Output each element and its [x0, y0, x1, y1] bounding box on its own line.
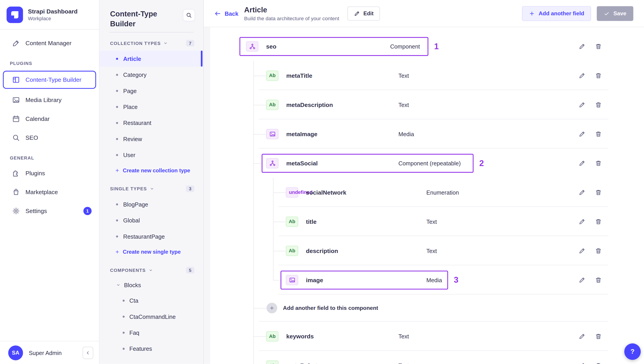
subnav-item-cta[interactable]: Cta [100, 292, 203, 308]
field-row-seo[interactable]: 1seoComponent [210, 32, 608, 61]
sidebar-item-content-manager[interactable]: Content Manager [0, 34, 99, 53]
add-another-field-button[interactable]: Add another field [522, 6, 591, 21]
edit-field-button[interactable] [579, 130, 585, 137]
sidebar-item-marketplace[interactable]: Marketplace [0, 183, 99, 202]
subnav-item-faq[interactable]: Faq [100, 324, 203, 340]
delete-field-button[interactable] [595, 247, 602, 254]
delete-field-button[interactable] [595, 72, 602, 79]
sidebar-item-plugins[interactable]: Plugins [0, 163, 99, 183]
gear-icon [12, 207, 20, 215]
delete-field-button[interactable] [595, 218, 602, 225]
edit-button[interactable]: Edit [347, 6, 380, 20]
sidebar-item-seo[interactable]: SEO [0, 128, 99, 147]
delete-field-button[interactable] [595, 189, 602, 196]
edit-field-button[interactable] [579, 333, 585, 339]
sidebar-item-content-type-builder[interactable]: Content-Type Builder [3, 71, 96, 89]
edit-field-button[interactable] [579, 189, 585, 196]
edit-field-button[interactable] [579, 72, 585, 79]
edit-field-button[interactable] [579, 218, 585, 225]
text-field-chip: Ab [286, 216, 298, 227]
delete-field-button[interactable] [595, 362, 602, 364]
subnav-item-blocks[interactable]: Blocks [100, 277, 203, 292]
subnav-item-blogpage[interactable]: BlogPage [100, 196, 203, 212]
field-name: metaSocial [286, 160, 318, 166]
sidebar-item-label: Content Manager [25, 40, 71, 47]
subnav-item-features[interactable]: Features [100, 341, 203, 356]
back-link[interactable]: Back [214, 10, 238, 17]
save-button[interactable]: Save [597, 6, 633, 21]
field-type: Media [426, 277, 442, 283]
subnav-item-label: Restaurant [123, 119, 151, 126]
plus-icon [115, 168, 120, 173]
field-row-metaimage[interactable]: metaImageMedia [210, 119, 608, 148]
create-new-collection-type-link[interactable]: Create new collection type [100, 163, 203, 178]
field-type: Component [390, 43, 420, 49]
field-row-actions [579, 277, 602, 283]
subnav-item-user[interactable]: User [100, 147, 203, 163]
edit-field-button[interactable] [579, 277, 585, 283]
text-field-chip-label: Ab [269, 102, 276, 108]
sidebar-item-settings[interactable]: Settings1 [0, 202, 99, 220]
edit-field-button[interactable] [579, 43, 585, 49]
subnav-item-article[interactable]: Article [100, 51, 203, 67]
field-row-title[interactable]: AbtitleText [210, 207, 608, 236]
sidebar-item-label: SEO [25, 135, 38, 141]
edit-field-button[interactable] [579, 160, 585, 166]
help-button[interactable]: ? [624, 343, 641, 360]
field-row-metadescription[interactable]: AbmetaDescriptionText [210, 90, 608, 119]
sidebar-item-label: Media Library [25, 97, 62, 103]
field-name: metaDescription [286, 101, 333, 108]
field-row-metasocial[interactable]: 2metaSocialComponent (repeatable) [210, 148, 608, 178]
edit-field-button[interactable] [579, 362, 585, 364]
trash-icon [595, 333, 602, 339]
field-row-keywords[interactable]: AbkeywordsText [210, 321, 608, 351]
app: Strapi Dashboard Workplace Content Manag… [0, 0, 644, 364]
text-field-chip-label: Ab [269, 333, 276, 339]
subnav-item-label: CtaCommandLine [130, 313, 176, 320]
sidebar-item-media-library[interactable]: Media Library [0, 91, 99, 109]
subnav-item-page[interactable]: Page [100, 83, 203, 99]
add-field-circle[interactable] [266, 303, 277, 313]
subnav-item-review[interactable]: Review [100, 131, 203, 147]
create-new-single-type-link[interactable]: Create new single type [100, 244, 203, 260]
delete-field-button[interactable] [595, 160, 602, 166]
delete-field-button[interactable] [595, 277, 602, 283]
text-field-chip-label: Ab [289, 219, 295, 225]
subnav-item-label: Category [123, 71, 146, 78]
subnav-group-components[interactable]: COMPONENTS5 [100, 260, 203, 278]
search-button[interactable] [183, 9, 195, 21]
collapse-sidebar-button[interactable] [82, 346, 93, 359]
subnav-item-global[interactable]: Global [100, 212, 203, 228]
subnav-item-place[interactable]: Place [100, 99, 203, 115]
field-type: Enumeration [426, 189, 459, 196]
delete-field-button[interactable] [595, 43, 602, 49]
edit-field-button[interactable] [579, 247, 585, 254]
field-row-socialnetwork[interactable]: undefinedsocialNetworkEnumeration [210, 178, 608, 207]
field-type: Media [398, 130, 414, 137]
field-row-image[interactable]: 3imageMedia [210, 265, 608, 295]
avatar[interactable]: SA [8, 345, 23, 360]
edit-field-button[interactable] [579, 101, 585, 108]
enumeration-icon: undefined [289, 189, 295, 195]
subnav-item-restaurantpage[interactable]: RestaurantPage [100, 228, 203, 244]
subnav-group-collection-types[interactable]: COLLECTION TYPES7 [100, 33, 203, 51]
field-name: image [306, 277, 323, 283]
subnav-group-label: COLLECTION TYPES [110, 41, 161, 46]
delete-field-button[interactable] [595, 101, 602, 108]
content-left-gutter [204, 27, 210, 364]
sidebar-item-label: Plugins [25, 170, 45, 176]
subnav-group-single-types[interactable]: SINGLE TYPES3 [100, 178, 203, 196]
subnav-item-category[interactable]: Category [100, 67, 203, 83]
field-row-description[interactable]: AbdescriptionText [210, 236, 608, 265]
add-field-to-component-row[interactable]: Add another field to this component [210, 295, 608, 322]
delete-field-button[interactable] [595, 130, 602, 137]
subnav-item-restaurant[interactable]: Restaurant [100, 115, 203, 131]
field-row-metarobots[interactable]: AbmetaRobotsText [210, 351, 608, 364]
sidebar-item-calendar[interactable]: Calendar [0, 109, 99, 128]
field-name: title [306, 218, 316, 225]
field-row-metatitle[interactable]: AbmetaTitleText [210, 61, 608, 90]
delete-field-button[interactable] [595, 333, 602, 339]
trash-icon [595, 72, 602, 79]
subnav-item-ctacommandline[interactable]: CtaCommandLine [100, 308, 203, 324]
field-row-actions [579, 218, 602, 225]
